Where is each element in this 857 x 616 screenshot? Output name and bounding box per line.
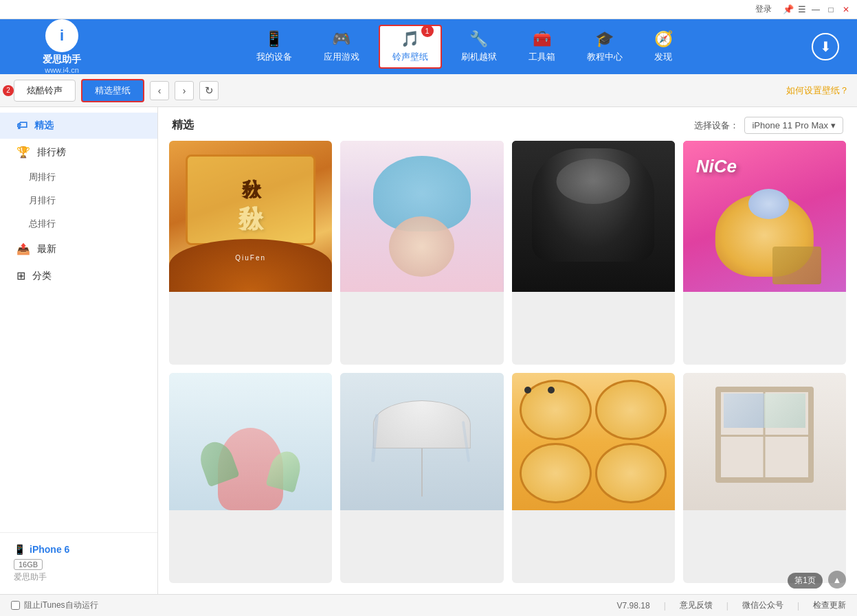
- latest-icon: 📤: [16, 242, 30, 255]
- itunes-checkbox-input[interactable]: [11, 601, 20, 610]
- device-selector: 选择设备： iPhone 11 Pro Max ▾: [694, 117, 843, 134]
- ringtone-badge: 1: [421, 25, 434, 37]
- nav-my-device[interactable]: 📱 我的设备: [244, 26, 304, 67]
- sidebar-item-weekly[interactable]: 周排行: [0, 166, 157, 189]
- nav-ringtone-label: 铃声壁纸: [392, 51, 428, 63]
- nav-flash-label: 刷机越狱: [461, 51, 497, 63]
- sidebar: 🏷 精选 🏆 排行榜 周排行 月排行 总排行 📤 最新 ⊞ 分类: [0, 107, 158, 594]
- ringtone-icon: 🎵: [401, 30, 419, 48]
- wallpaper-window-image: [683, 373, 846, 510]
- wallpaper-card-umbrella[interactable]: [340, 373, 503, 583]
- nav-items: 📱 我的设备 🎮 应用游戏 1 🎵 铃声壁纸 🔧 刷机越狱 🧰 工具箱 🎓 教程…: [117, 25, 812, 69]
- nav-my-device-label: 我的设备: [256, 51, 292, 63]
- flash-icon: 🔧: [469, 30, 488, 48]
- version-label: V7.98.18: [617, 601, 650, 611]
- wallpaper-umbrella-image: [340, 373, 503, 510]
- sidebar-ranking-label: 排行榜: [37, 146, 66, 159]
- top-nav: i 爱思助手 www.i4.cn 📱 我的设备 🎮 应用游戏 1 🎵 铃声壁纸 …: [0, 19, 857, 74]
- sidebar-item-ranking[interactable]: 🏆 排行榜: [0, 139, 157, 166]
- wallpaper-anime-image: [340, 141, 503, 292]
- wallpaper-card-hoodie[interactable]: [512, 141, 675, 365]
- wallpaper-card-window[interactable]: [683, 373, 846, 583]
- wallpaper-card-crayon[interactable]: [512, 373, 675, 583]
- login-link[interactable]: 登录: [755, 3, 772, 15]
- sidebar-total-label: 总排行: [29, 218, 56, 230]
- nav-tutorial-label: 教程中心: [587, 51, 623, 63]
- wallpaper-card-autumn[interactable]: 秋分 QiuFen: [169, 141, 332, 365]
- chevron-down-icon: ▾: [831, 120, 836, 130]
- prevent-itunes-checkbox[interactable]: 阻止iTunes自动运行: [11, 600, 98, 611]
- logo-icon[interactable]: i: [45, 19, 78, 52]
- wallpaper-hoodie-image: [512, 141, 675, 292]
- nav-flash-jailbreak[interactable]: 🔧 刷机越狱: [449, 26, 509, 67]
- main-area: 🏷 精选 🏆 排行榜 周排行 月排行 总排行 📤 最新 ⊞ 分类: [0, 107, 857, 594]
- content-area: 精选 选择设备： iPhone 11 Pro Max ▾ 秋分 QiuFen: [158, 107, 857, 594]
- device-name: 📱 iPhone 6: [14, 544, 144, 555]
- page-indicator: 第1页: [788, 573, 823, 589]
- content-header: 精选 选择设备： iPhone 11 Pro Max ▾: [158, 107, 857, 141]
- status-bar: 阻止iTunes自动运行 V7.98.18 | 意见反馈 | 微信公众号 | 检…: [0, 594, 857, 616]
- sub-badge: 2: [3, 85, 14, 96]
- sidebar-latest-label: 最新: [37, 243, 56, 255]
- discover-icon: 🧭: [654, 30, 673, 48]
- device-info: 📱 iPhone 6 16GB 爱思助手: [0, 532, 157, 594]
- category-icon: ⊞: [16, 269, 25, 282]
- close-button[interactable]: ✕: [841, 4, 852, 15]
- wallpaper-card-cartoon-girl[interactable]: NiCe: [683, 141, 846, 365]
- refresh-button[interactable]: ↻: [199, 81, 219, 100]
- nav-right: ⬇: [812, 33, 850, 60]
- tutorial-icon: 🎓: [595, 30, 614, 48]
- toolbox-icon: 🧰: [533, 30, 551, 48]
- sidebar-item-category[interactable]: ⊞ 分类: [0, 262, 157, 289]
- sidebar-monthly-label: 月排行: [29, 194, 56, 207]
- logo-name: 爱思助手: [43, 54, 81, 66]
- ranking-icon: 🏆: [16, 146, 30, 159]
- apps-games-icon: 🎮: [332, 30, 350, 48]
- sidebar-item-latest[interactable]: 📤 最新: [0, 236, 157, 262]
- sidebar-weekly-label: 周排行: [29, 171, 56, 183]
- check-update-link[interactable]: 检查更新: [813, 600, 846, 611]
- device-select-dropdown[interactable]: iPhone 11 Pro Max ▾: [744, 117, 843, 134]
- list-icon[interactable]: ☰: [798, 4, 806, 14]
- scroll-up-button[interactable]: ▲: [828, 571, 846, 589]
- nav-discover[interactable]: 🧭 发现: [642, 26, 685, 67]
- device-selector-label: 选择设备：: [694, 119, 739, 132]
- device-storage: 16GB: [14, 559, 43, 570]
- content-title: 精选: [172, 118, 194, 133]
- device-app: 爱思助手: [14, 571, 144, 583]
- device-select-value: iPhone 11 Pro Max: [752, 120, 828, 130]
- wallpaper-crayon-image: [512, 373, 675, 510]
- title-bar: 登录 📌 ☰ — □ ✕: [0, 0, 857, 19]
- nav-toolbox[interactable]: 🧰 工具箱: [516, 26, 568, 67]
- prevent-itunes-label: 阻止iTunes自动运行: [24, 600, 98, 611]
- how-to-set-link[interactable]: 如何设置壁纸？: [786, 84, 849, 97]
- wallpaper-autumn-image: 秋分 QiuFen: [169, 141, 332, 292]
- wallpaper-grid: 秋分 QiuFen: [158, 141, 857, 594]
- nav-toolbox-label: 工具箱: [528, 51, 555, 63]
- nav-discover-label: 发现: [654, 51, 672, 63]
- wallpaper-card-flower[interactable]: [169, 373, 332, 583]
- pin-icon[interactable]: 📌: [783, 4, 794, 14]
- sub-tab-wallpaper[interactable]: 精选壁纸: [81, 79, 144, 102]
- featured-icon: 🏷: [16, 119, 27, 132]
- nav-apps-games[interactable]: 🎮 应用游戏: [311, 26, 372, 67]
- sidebar-category-label: 分类: [32, 270, 52, 282]
- logo-url: www.i4.cn: [45, 66, 79, 74]
- sidebar-item-total[interactable]: 总排行: [0, 212, 157, 236]
- wechat-link[interactable]: 微信公众号: [742, 600, 783, 611]
- sidebar-item-featured[interactable]: 🏷 精选: [0, 113, 157, 139]
- sidebar-item-monthly[interactable]: 月排行: [0, 189, 157, 212]
- device-icon: 📱: [14, 544, 25, 555]
- wallpaper-card-anime-boy[interactable]: [340, 141, 503, 365]
- logo-area: i 爱思助手 www.i4.cn: [7, 19, 117, 74]
- download-button[interactable]: ⬇: [812, 33, 839, 60]
- back-button[interactable]: ‹: [150, 81, 169, 100]
- forward-button[interactable]: ›: [175, 81, 194, 100]
- minimize-button[interactable]: —: [810, 4, 821, 15]
- maximize-button[interactable]: □: [825, 4, 836, 15]
- wallpaper-flower-image: [169, 373, 332, 510]
- nav-ringtone-wallpaper[interactable]: 1 🎵 铃声壁纸: [379, 25, 442, 69]
- sub-tab-ringtone[interactable]: 炫酷铃声: [14, 80, 76, 102]
- feedback-link[interactable]: 意见反馈: [680, 600, 713, 611]
- nav-tutorial[interactable]: 🎓 教程中心: [575, 26, 635, 67]
